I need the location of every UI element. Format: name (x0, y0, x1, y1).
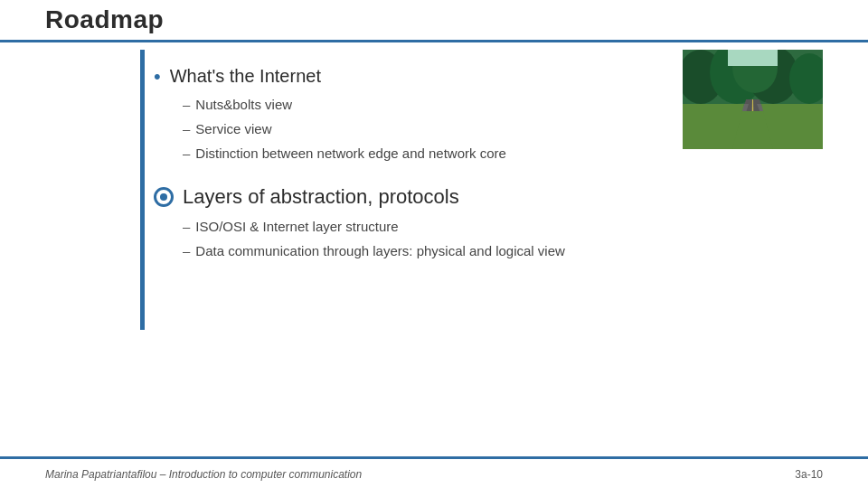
slide-content: • What's the Internet – Nuts&bolts view … (154, 50, 823, 263)
list-item: – ISO/OSI & Internet layer structure (183, 214, 823, 239)
section-2: Layers of abstraction, protocols – ISO/O… (154, 185, 823, 263)
footer-author: Marina Papatriantafilou – Introduction t… (45, 468, 362, 481)
sub-item-text: Distinction between network edge and net… (195, 141, 506, 165)
ring-bullet-inner (160, 193, 167, 201)
section-2-title: Layers of abstraction, protocols (154, 185, 823, 209)
section-1-label: What's the Internet (170, 66, 321, 87)
footer-page: 3a-10 (795, 468, 823, 481)
left-accent-bar (140, 50, 145, 330)
dash-icon: – (183, 141, 190, 165)
list-item: – Service view (183, 117, 823, 141)
list-item: – Distinction between network edge and n… (183, 141, 823, 165)
bottom-divider (0, 456, 868, 459)
list-item: – Data communication through layers: phy… (183, 239, 823, 263)
bullet-1: • (154, 67, 161, 87)
section-1-sub-items: – Nuts&bolts view – Service view – Disti… (183, 92, 823, 165)
dash-icon: – (183, 117, 190, 141)
sub-item-text: Data communication through layers: physi… (195, 239, 565, 263)
ring-bullet (154, 187, 174, 207)
list-item: – Nuts&bolts view (183, 92, 823, 117)
sub-item-text: Service view (195, 117, 271, 141)
top-divider (0, 40, 868, 42)
sub-item-text: ISO/OSI & Internet layer structure (195, 214, 398, 239)
section-2-sub-items: – ISO/OSI & Internet layer structure – D… (183, 214, 823, 263)
section-1: • What's the Internet – Nuts&bolts view … (154, 66, 823, 165)
dash-icon: – (183, 92, 190, 117)
slide-title: Roadmap (45, 5, 164, 34)
section-1-title: • What's the Internet (154, 66, 823, 87)
sub-item-text: Nuts&bolts view (195, 92, 292, 117)
section-2-label: Layers of abstraction, protocols (183, 185, 459, 209)
footer: Marina Papatriantafilou – Introduction t… (45, 468, 823, 481)
dash-icon: – (183, 239, 190, 263)
dash-icon: – (183, 214, 190, 239)
